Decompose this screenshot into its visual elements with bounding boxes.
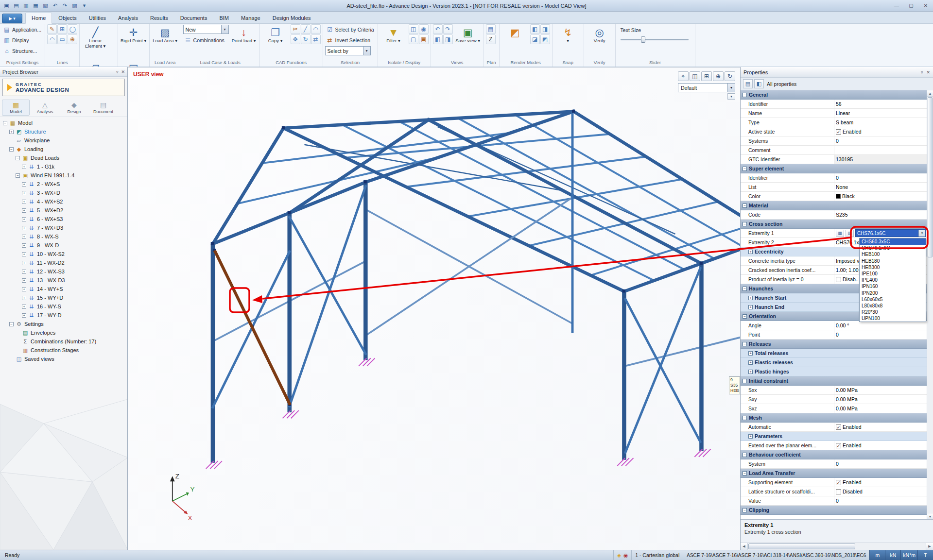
expand-icon[interactable]: + <box>22 243 26 248</box>
tree-item-3-wx-d[interactable]: +⇊3 - WX+D <box>0 188 127 197</box>
property-pages-icon[interactable]: ▤ <box>743 79 753 88</box>
previous-view-icon[interactable]: ↶ <box>433 24 443 34</box>
property-value[interactable]: 0 <box>834 173 927 182</box>
z-plane-icon[interactable]: Z <box>486 34 496 44</box>
tree-item-6-wx-s3[interactable]: +⇊6 - WX+S3 <box>0 215 127 223</box>
property-value[interactable]: ✓Enabled <box>834 127 927 136</box>
collapse-icon[interactable]: − <box>3 121 7 125</box>
expand-icon[interactable]: + <box>22 278 26 283</box>
subsection-total-releases[interactable]: +Total releases <box>741 349 927 358</box>
collapse-icon[interactable]: − <box>743 453 747 457</box>
zoom-extents-button[interactable]: ⌖ <box>678 71 689 81</box>
property-value[interactable]: 0 <box>834 330 927 339</box>
section-catalog-icon[interactable]: ▦ <box>836 230 844 237</box>
point-load-button[interactable]: ↓Point load ▾ <box>230 24 258 57</box>
scroll-down-icon[interactable]: ▼ <box>927 513 933 519</box>
collapse-icon[interactable]: − <box>743 167 747 171</box>
expand-icon[interactable]: + <box>22 165 26 169</box>
status-coordinate-system[interactable]: 1 - Cartesian global <box>631 550 683 560</box>
rectangle-icon[interactable]: ▭ <box>57 34 67 44</box>
redo-icon[interactable]: ↷ <box>60 1 69 10</box>
tree-item-13-wx-d3[interactable]: +⇊13 - WX-D3 <box>0 276 127 285</box>
subsection-plastic-hinges[interactable]: +Plastic hinges <box>741 367 927 376</box>
viewport[interactable]: Z X Y USER view ⌖◫⊞⊕↻ Default ▾ ▾ 9 S35 … <box>128 67 740 550</box>
property-value[interactable]: None <box>834 183 927 191</box>
dropdown-item-ipe100[interactable]: IPE100 <box>860 271 926 277</box>
expand-icon[interactable]: + <box>748 296 753 300</box>
tree-item-wind-en-1991-1-4[interactable]: −▣Wind EN 1991-1-4 <box>0 171 127 180</box>
browser-tab-model[interactable]: ▦Model <box>2 100 30 116</box>
application-settings-button[interactable]: ▤Application... <box>2 24 43 34</box>
extend-icon[interactable]: ╱ <box>301 24 311 34</box>
dropdown-item-chs60-3x5c[interactable]: CHS60.3x5C <box>860 238 926 245</box>
collapse-icon[interactable]: − <box>743 379 747 383</box>
save-icon[interactable]: ▥ <box>21 1 31 10</box>
model-3d-view[interactable]: Z X Y <box>128 68 740 550</box>
tree-item-loading[interactable]: −◆Loading <box>0 145 127 153</box>
checkbox-icon[interactable]: ✓ <box>836 480 841 485</box>
zoom-window-button[interactable]: ⊞ <box>701 71 712 81</box>
expand-icon[interactable]: + <box>22 270 26 274</box>
dropdown-item-r20-30[interactable]: R20*30 <box>860 309 926 315</box>
tree-item-combinations-number-17[interactable]: ΣCombinations (Number: 17) <box>0 337 127 346</box>
expand-icon[interactable]: + <box>22 305 26 309</box>
wireframe-mode-icon[interactable]: ◧ <box>530 24 540 34</box>
property-value[interactable]: Disabled <box>834 487 927 496</box>
property-value[interactable]: 0.00 MPa <box>834 386 927 394</box>
expand-icon[interactable]: + <box>22 252 26 256</box>
dropdown-item-heb180[interactable]: HEB180 <box>860 258 926 264</box>
tree-item-12-wx-s3[interactable]: +⇊12 - WX-S3 <box>0 267 127 276</box>
tab-analysis[interactable]: Analysis <box>112 13 144 23</box>
invert-selection-button[interactable]: ⇄Invert Selection <box>325 35 376 45</box>
dropdown-item-ipn160[interactable]: IPN160 <box>860 283 926 289</box>
expand-icon[interactable]: + <box>22 191 26 195</box>
dropdown-item-ipe400[interactable]: IPE400 <box>860 277 926 283</box>
property-value[interactable]: ✓Enabled <box>834 423 927 431</box>
expand-icon[interactable]: + <box>22 296 26 300</box>
front-view-icon[interactable]: ◧ <box>433 34 443 44</box>
browser-tab-document[interactable]: ▤Document <box>89 100 117 116</box>
tab-manage[interactable]: Manage <box>235 13 266 23</box>
tree-item-1-g1k[interactable]: +⇊1 - G1k <box>0 162 127 171</box>
property-value[interactable]: Linear <box>834 109 927 118</box>
minimize-button[interactable]: — <box>889 1 904 10</box>
section-mesh[interactable]: −Mesh <box>741 413 927 423</box>
orbit-button[interactable]: ↻ <box>725 71 735 81</box>
property-value[interactable]: Black <box>834 192 927 201</box>
tree-item-dead-loads[interactable]: −▣Dead Loads <box>0 153 127 162</box>
property-value[interactable]: ▦▥CHS76.1x6C▾ <box>834 229 927 238</box>
pin-icon[interactable]: ▿ <box>921 70 923 75</box>
dropdown-item-heb100[interactable]: HEB100 <box>860 251 926 257</box>
property-value[interactable]: 0.00 MPa <box>834 395 927 404</box>
rigid-linear-support-button[interactable]: ▭Rigid Linear ▾ <box>120 58 147 67</box>
pin-icon[interactable]: ▿ <box>116 69 119 74</box>
section-initial-constraint[interactable]: −Initial constraint <box>741 376 927 386</box>
new-load-case-combo[interactable]: New▾ <box>183 25 229 34</box>
collapse-icon[interactable]: − <box>16 173 20 178</box>
tree-item-15-wy-d[interactable]: +⇊15 - WY+D <box>0 293 127 302</box>
view-preset-expand-button[interactable]: ▾ <box>727 93 735 100</box>
load-area-button[interactable]: ▨Load Area ▾ <box>152 24 179 57</box>
property-value[interactable]: ✓Enabled <box>834 441 927 450</box>
application-menu-button[interactable]: ▶▾ <box>2 14 22 23</box>
preview-icon[interactable]: ▨ <box>70 1 79 10</box>
draw-line-icon[interactable]: ✎ <box>47 24 57 34</box>
expand-icon[interactable]: + <box>22 200 26 204</box>
section-behaviour-coefficient[interactable]: −Behaviour coefficient <box>741 450 927 459</box>
zoom-dynamic-button[interactable]: ⊕ <box>713 71 724 81</box>
grid-lines-icon[interactable]: ⊞ <box>57 24 67 34</box>
combinations-button[interactable]: ☰Combinations <box>183 35 229 45</box>
expand-icon[interactable]: + <box>22 226 26 230</box>
scroll-left-icon[interactable]: ◀ <box>741 543 748 550</box>
tab-results[interactable]: Results <box>144 13 174 23</box>
save-view-button[interactable]: ▣Save view ▾ <box>454 24 482 57</box>
isolate-selection-button[interactable]: ◫ <box>690 71 700 81</box>
collapse-icon[interactable]: − <box>16 156 20 160</box>
scroll-right-icon[interactable]: ▶ <box>926 543 933 550</box>
tree-item-model[interactable]: −▦Model <box>0 119 127 127</box>
tree-item-envelopes[interactable]: ▤Envelopes <box>0 328 127 337</box>
subsection-parameters[interactable]: +Parameters <box>741 432 927 441</box>
checkbox-icon[interactable] <box>836 489 841 494</box>
tree-item-9-wx-d[interactable]: +⇊9 - WX-D <box>0 241 127 250</box>
collapse-icon[interactable]: − <box>743 416 747 420</box>
